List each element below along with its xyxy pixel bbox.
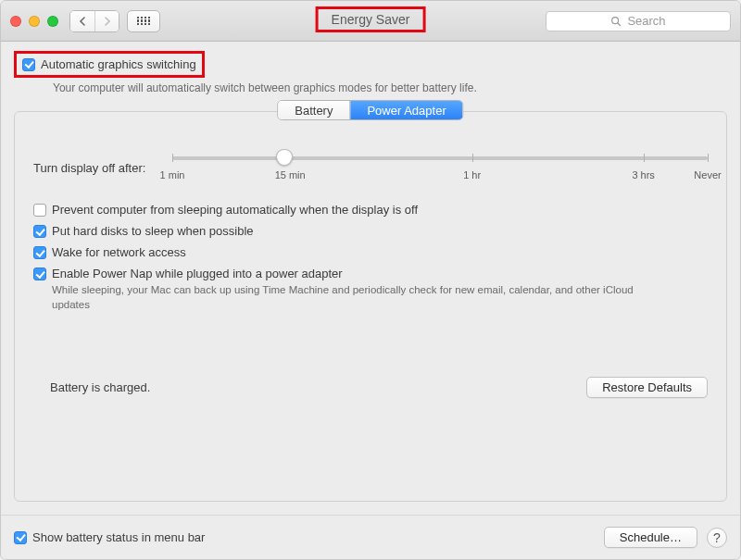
search-placeholder: Search [627,14,665,28]
tick-1hr: 1 hr [463,169,481,180]
content-area: Automatic graphics switching Your comput… [1,42,740,515]
display-off-slider[interactable]: 1 min 15 min 1 hr 3 hrs Never [172,149,708,186]
auto-graphics-description: Your computer will automatically switch … [53,81,727,94]
options-list: Prevent computer from sleeping automatic… [33,203,708,312]
close-window-button[interactable] [10,16,21,27]
tab-power-adapter[interactable]: Power Adapter [349,101,462,119]
grid-icon [137,17,150,26]
menubar-status-label: Show battery status in menu bar [32,530,205,544]
hard-disks-label: Put hard disks to sleep when possible [52,224,254,238]
prevent-sleep-label: Prevent computer from sleeping automatic… [52,203,418,217]
tick-15min: 15 min [275,169,306,180]
schedule-button[interactable]: Schedule… [604,527,697,548]
slider-thumb[interactable] [276,149,293,166]
zoom-window-button[interactable] [47,16,58,27]
window-title: Energy Saver [316,6,426,32]
title-highlight: Energy Saver [316,6,426,32]
nav-back-forward [69,10,119,32]
auto-graphics-label: Automatic graphics switching [41,57,196,71]
panel-footer: Battery is charged. Restore Defaults [33,377,708,398]
settings-panel: Battery Power Adapter Turn display off a… [14,111,727,502]
back-button[interactable] [70,11,94,31]
help-icon: ? [713,530,721,545]
tick-3hrs: 3 hrs [632,169,654,180]
minimize-window-button[interactable] [29,16,40,27]
battery-status: Battery is charged. [50,380,150,394]
titlebar: Energy Saver Search [1,1,740,42]
display-off-label: Turn display off after: [33,161,172,175]
menubar-status-checkbox[interactable] [14,531,27,544]
hard-disks-checkbox[interactable] [33,225,46,238]
power-nap-label: Enable Power Nap while plugged into a po… [52,267,343,280]
power-nap-sublabel: While sleeping, your Mac can back up usi… [52,283,654,312]
auto-graphics-highlight: Automatic graphics switching [14,51,205,78]
chevron-right-icon [104,17,111,26]
forward-button[interactable] [94,11,119,31]
tab-battery[interactable]: Battery [278,101,349,119]
search-field[interactable]: Search [546,11,731,31]
restore-defaults-button[interactable]: Restore Defaults [586,377,708,398]
display-off-slider-row: Turn display off after: 1 min 15 min 1 h… [33,149,708,186]
traffic-lights [10,16,58,27]
chevron-left-icon [79,17,86,26]
opt-wake-network: Wake for network access [33,245,708,259]
help-button[interactable]: ? [707,528,727,548]
tick-never: Never [694,169,721,180]
svg-line-1 [618,22,621,25]
opt-hard-disks: Put hard disks to sleep when possible [33,224,708,238]
show-all-button[interactable] [127,10,160,32]
opt-prevent-sleep: Prevent computer from sleeping automatic… [33,203,708,217]
wake-network-checkbox[interactable] [33,246,46,259]
bottom-row: Show battery status in menu bar Schedule… [1,515,740,559]
tick-1min: 1 min [160,169,185,180]
auto-graphics-checkbox[interactable] [22,58,35,71]
slider-track [172,156,708,160]
wake-network-label: Wake for network access [52,245,186,259]
prevent-sleep-checkbox[interactable] [33,204,46,217]
opt-power-nap: Enable Power Nap while plugged into a po… [33,267,708,280]
power-nap-checkbox[interactable] [33,268,46,280]
tab-control: Battery Power Adapter [277,100,463,120]
prefs-window: Energy Saver Search Automatic graphics s… [0,0,741,560]
search-icon [610,16,622,27]
